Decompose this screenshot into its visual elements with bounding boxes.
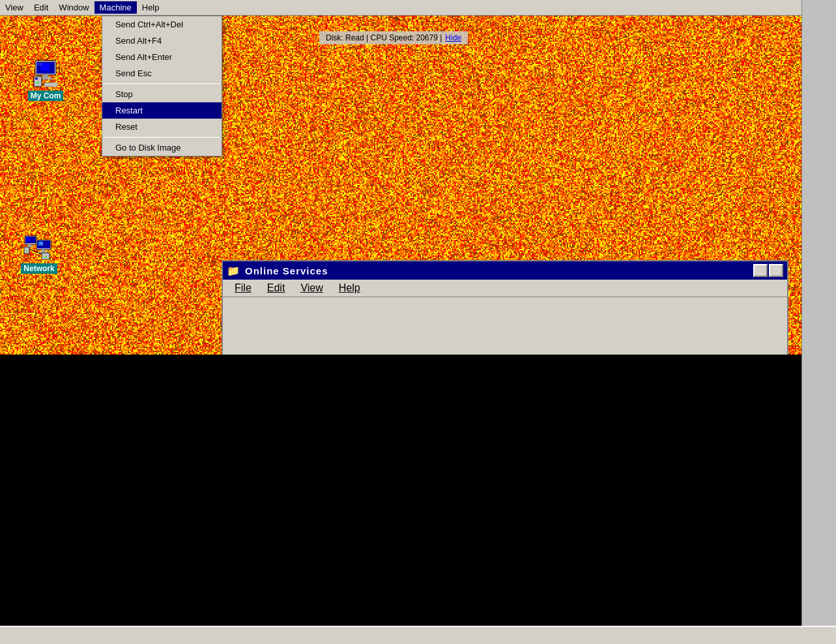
svg-rect-9 [44,83,57,87]
my-computer-icon [30,58,61,89]
window-controls: _ □ [753,264,783,277]
menu-restart[interactable]: Restart [102,102,222,119]
menu-stop[interactable]: Stop [102,86,222,102]
network-icon [23,231,55,262]
svg-rect-4 [43,75,48,78]
menu-go-to-disk-image[interactable]: Go to Disk Image [102,139,222,156]
menu-item-view[interactable]: View [0,1,29,14]
window-titlebar: 📁 Online Services _ □ [223,261,787,280]
bottom-area [0,355,801,629]
menubar: View Edit Window Machine Help [0,0,801,16]
statusbar-text: Disk: Read | CPU Speed: 20679 | [326,33,442,42]
desktop-icon-my-computer[interactable]: My Com [20,58,72,101]
svg-rect-20 [39,242,43,245]
window-menu-help[interactable]: Help [331,281,368,295]
menu-send-alt-f4[interactable]: Send Alt+F4 [102,33,222,49]
svg-rect-13 [29,244,31,246]
my-computer-label: My Com [28,91,64,101]
menu-send-esc[interactable]: Send Esc [102,65,222,81]
machine-dropdown-menu: Send Ctrl+Alt+Del Send Alt+F4 Send Alt+E… [102,16,222,156]
online-services-window: 📁 Online Services _ □ File Edit View Hel… [222,260,788,355]
menu-reset[interactable]: Reset [102,119,222,135]
hide-link[interactable]: Hide [445,33,461,42]
svg-point-8 [37,82,39,84]
svg-rect-12 [26,237,30,241]
svg-rect-21 [42,250,45,252]
minimize-button[interactable]: _ [753,264,768,277]
desktop-icon-network[interactable]: Network [13,231,65,274]
folder-icon: 📁 [227,265,240,277]
maximize-button[interactable]: □ [769,264,783,277]
menu-send-ctrl-alt-del[interactable]: Send Ctrl+Alt+Del [102,16,222,33]
svg-point-16 [26,250,27,252]
separator-1 [104,83,220,84]
menu-item-edit[interactable]: Edit [29,1,53,14]
svg-rect-3 [37,63,42,66]
window-menubar: File Edit View Help [223,280,787,297]
window-title: Online Services [245,265,753,276]
vm-statusbar: Disk: Read | CPU Speed: 20679 | Hide [319,31,468,44]
scrollbar[interactable] [801,0,836,644]
menu-item-machine[interactable]: Machine [94,1,137,14]
network-label: Network [21,263,57,274]
svg-point-24 [45,256,46,257]
window-menu-edit[interactable]: Edit [259,281,293,295]
separator-2 [104,137,220,138]
window-menu-view[interactable]: View [293,281,330,295]
menu-item-window[interactable]: Window [53,1,94,14]
menu-send-alt-enter[interactable]: Send Alt+Enter [102,49,222,65]
window-menu-file[interactable]: File [227,281,259,295]
svg-rect-7 [35,78,38,80]
taskbar [0,626,836,644]
menu-item-help[interactable]: Help [137,1,165,14]
